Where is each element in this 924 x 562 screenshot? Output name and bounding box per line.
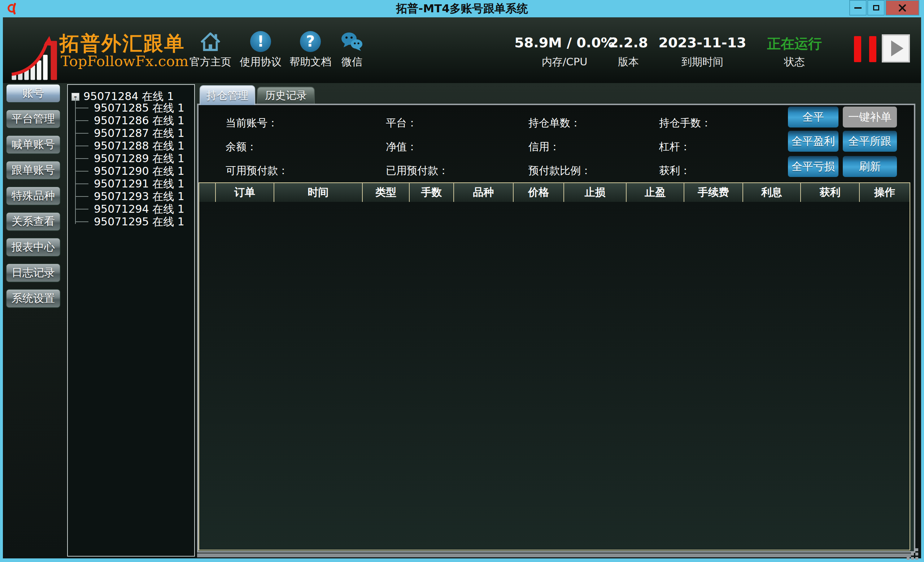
minimize-button[interactable] [849, 0, 867, 15]
tree-item-account[interactable]: 95071288 在线 1 [68, 140, 194, 152]
maximize-icon [873, 5, 879, 11]
column-header-take-profit: 止盈 [626, 183, 684, 202]
tree-item-account[interactable]: 95071295 在线 1 [68, 215, 194, 228]
field-leverage-label: 杠杆： [659, 140, 690, 154]
field-open-lots-label: 持仓手数： [659, 116, 711, 131]
brand-chart-logo [9, 33, 63, 81]
toolbar-label: 帮助文档 [287, 55, 334, 69]
column-header-blank [199, 183, 215, 202]
column-header-order: 订单 [215, 183, 274, 202]
minimize-icon [854, 7, 861, 9]
field-current-account-label: 当前账号： [226, 116, 278, 131]
column-header-commission: 手续费 [684, 183, 742, 202]
column-header-lots: 手数 [409, 183, 453, 202]
field-equity-label: 净值： [386, 140, 417, 154]
sidebar-item-report-center[interactable]: 报表中心 [6, 237, 61, 257]
column-header-time: 时间 [274, 183, 362, 202]
field-credit-label: 信用： [528, 140, 560, 154]
tree-item-account[interactable]: 95071285 在线 1 [68, 102, 194, 114]
column-header-stop-loss: 止损 [563, 183, 626, 202]
column-header-swap: 利息 [742, 183, 800, 202]
toolbar-item-homepage[interactable]: 官方主页 [187, 30, 234, 69]
sidebar-item-special-symbols[interactable]: 特殊品种 [6, 186, 61, 206]
tab-history-records[interactable]: 历史记录 [257, 87, 315, 104]
tree-item-account[interactable]: 95071286 在线 1 [68, 114, 194, 127]
close-all-loss-button[interactable]: 全平亏损 [788, 156, 838, 177]
question-icon: ? [300, 31, 321, 52]
tree-item-account[interactable]: 95071294 在线 1 [68, 203, 194, 215]
tree-item-account[interactable]: 95071287 在线 1 [68, 127, 194, 140]
orders-table-header: 订单 时间 类型 手数 品种 价格 止损 止盈 手续费 利息 获利 操作 [199, 183, 910, 202]
field-open-orders-label: 持仓单数： [528, 116, 581, 131]
accounts-tree-panel: - 95071284 在线 1 95071285 在线 1 95071286 在… [67, 84, 195, 557]
sidebar-item-signal-accounts[interactable]: 喊单账号 [6, 135, 61, 154]
tab-position-management[interactable]: 持仓管理 [200, 85, 255, 105]
titlebar: 拓普-MT4多账号跟单系统 [0, 0, 924, 17]
toolbar-label: 微信 [328, 55, 375, 69]
sidebar-item-system-settings[interactable]: 系统设置 [6, 289, 61, 308]
sidebar-item-log-records[interactable]: 日志记录 [6, 263, 61, 283]
running-label: 状态 [742, 55, 847, 69]
refresh-button[interactable]: 刷新 [843, 156, 897, 177]
wechat-icon [340, 31, 363, 52]
expiry-label: 到期时间 [650, 55, 755, 69]
column-header-action: 操作 [859, 183, 910, 202]
play-icon [891, 41, 903, 56]
brand-site: TopFollowFx.com [61, 53, 188, 69]
tree-item-account[interactable]: 95071290 在线 1 [68, 165, 194, 177]
tree-children: 95071285 在线 1 95071286 在线 1 95071287 在线 … [68, 102, 194, 228]
toolbar-label: 使用协议 [237, 55, 284, 69]
close-all-button[interactable]: 全平 [788, 107, 838, 128]
toolbar-label: 官方主页 [187, 55, 234, 69]
column-header-profit: 获利 [800, 183, 859, 202]
maximize-button[interactable] [867, 0, 885, 15]
column-header-price: 价格 [513, 183, 563, 202]
home-icon [199, 31, 222, 53]
toolbar-item-wechat[interactable]: 微信 [328, 30, 375, 69]
expiry-value: 2023-11-13 [650, 35, 755, 51]
sidebar-item-platform-management[interactable]: 平台管理 [6, 110, 61, 129]
tree-item-account[interactable]: 95071291 在线 1 [68, 177, 194, 190]
field-free-margin-label: 可用预付款： [226, 164, 288, 178]
one-key-refill-button[interactable]: 一键补单 [843, 107, 897, 128]
orders-table-body [199, 202, 910, 550]
window-title: 拓普-MT4多账号跟单系统 [0, 0, 924, 17]
running-value: 正在运行 [742, 35, 847, 53]
close-icon [898, 4, 906, 12]
sidebar-item-follow-accounts[interactable]: 跟单账号 [6, 161, 61, 180]
toolbar-item-agreement[interactable]: ! 使用协议 [237, 30, 284, 69]
field-platform-label: 平台： [386, 116, 417, 131]
app-window: 拓普-MT4多账号跟单系统 拓普外汇跟单 TopFollowFx.com [0, 0, 924, 562]
exclamation-icon: ! [250, 31, 271, 52]
pause-icon[interactable] [854, 36, 877, 62]
header: 拓普外汇跟单 TopFollowFx.com 官方主页 ! 使用协议 ? 帮助文… [3, 17, 921, 83]
close-all-profit-button[interactable]: 全平盈利 [788, 131, 838, 152]
play-button[interactable] [882, 34, 910, 63]
main-area: 账号 平台管理 喊单账号 跟单账号 特殊品种 关系查看 报表中心 日志记录 系统… [3, 83, 921, 558]
column-header-type: 类型 [362, 183, 409, 202]
column-header-symbol: 品种 [453, 183, 513, 202]
field-margin-level-label: 预付款比例： [528, 164, 591, 178]
toolbar-item-help[interactable]: ? 帮助文档 [287, 30, 334, 69]
orders-table: 订单 时间 类型 手数 品种 价格 止损 止盈 手续费 利息 获利 操作 [198, 182, 910, 550]
tree-item-account[interactable]: 95071289 在线 1 [68, 152, 194, 165]
close-button[interactable] [885, 0, 919, 15]
field-balance-label: 余额： [226, 140, 257, 154]
tree-item-account[interactable]: 95071293 在线 1 [68, 190, 194, 203]
close-all-followed-button[interactable]: 全平所跟 [843, 131, 897, 152]
horizontal-scrollbar[interactable] [197, 553, 911, 557]
sidebar-item-relation-view[interactable]: 关系查看 [6, 212, 61, 231]
field-profit-label: 获利： [659, 164, 690, 178]
field-used-margin-label: 已用预付款： [386, 164, 448, 178]
sidebar-item-accounts[interactable]: 账号 [6, 84, 61, 103]
position-panel: 当前账号： 平台： 持仓单数： 持仓手数： 余额： 净值： 信用： 杠杆： 可用… [197, 104, 915, 553]
